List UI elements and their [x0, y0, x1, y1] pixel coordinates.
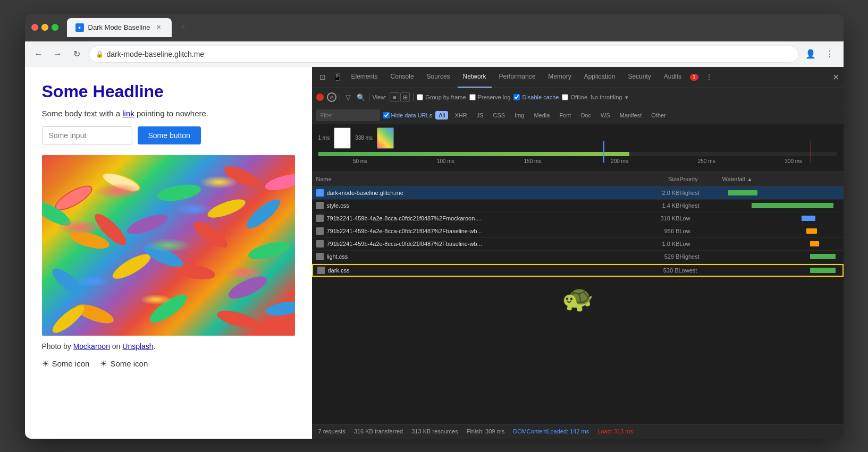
tab-application[interactable]: Application — [579, 67, 621, 88]
row-name: 791b2241-459b-4a2e-8cca-c0fdc21f0487%2Fb… — [327, 228, 637, 234]
device-toolbar-icon[interactable]: 📱 — [331, 71, 344, 83]
tab-memory[interactable]: Memory — [543, 67, 576, 88]
sort-icon: ▲ — [747, 176, 753, 182]
waterfall-bar — [806, 228, 817, 234]
filter-other-button[interactable]: Other — [648, 111, 669, 120]
throttling-chevron-icon[interactable]: ▾ — [625, 94, 628, 101]
tab-performance[interactable]: Performance — [494, 67, 541, 88]
waterfall-bar — [802, 216, 815, 221]
row-file-icon — [316, 240, 324, 248]
new-tab-button[interactable]: + — [176, 20, 191, 35]
row-waterfall — [722, 240, 839, 248]
th-name[interactable]: Name — [316, 176, 637, 182]
forward-button[interactable]: → — [50, 47, 65, 62]
table-row[interactable]: style.css 1.4 KB Highest — [312, 200, 844, 212]
devtools-panel: ⊡ 📱 Elements Console Sources Network Per… — [312, 67, 844, 439]
view-grid-icon[interactable]: ⊞ — [400, 92, 410, 102]
tab-audits[interactable]: Audits — [659, 67, 687, 88]
th-size[interactable]: Size — [637, 176, 680, 182]
inspect-element-icon[interactable]: ⊡ — [316, 71, 329, 83]
waterfall-bar — [728, 190, 757, 195]
photo-link-unsplash[interactable]: Unsplash — [122, 342, 153, 351]
table-row[interactable]: light.css 529 B Highest — [312, 251, 844, 263]
tab-security[interactable]: Security — [622, 67, 656, 88]
table-row[interactable]: 791b2241-459b-4a2e-8cca-c0fdc21f0487%2Fb… — [312, 225, 844, 238]
clear-button[interactable]: ⊘ — [327, 92, 336, 102]
view-rows-icon[interactable]: ≡ — [390, 92, 399, 102]
row-file-icon — [316, 253, 324, 260]
icon-label-2: Some icon — [110, 359, 148, 368]
back-button[interactable]: ← — [31, 47, 46, 62]
close-traffic-light[interactable] — [31, 24, 38, 31]
row-priority: Highest — [680, 253, 722, 260]
filter-font-button[interactable]: Font — [556, 111, 574, 120]
row-waterfall — [721, 266, 838, 275]
waterfall-bar — [752, 203, 833, 208]
view-icons: ≡ ⊞ — [390, 92, 410, 102]
filter-img-button[interactable]: Img — [511, 111, 527, 120]
row-waterfall — [722, 214, 839, 223]
address-bar: ← → ↻ 🔒 dark-mode-baseline.glitch.me 👤 ⋮ — [25, 41, 844, 67]
table-row-highlighted[interactable]: dark.css 530 B Lowest — [312, 264, 844, 277]
offline-label[interactable]: Offline — [562, 94, 587, 100]
body-link[interactable]: link — [122, 109, 134, 118]
row-file-icon — [316, 189, 324, 197]
profile-button[interactable]: 👤 — [803, 47, 818, 62]
table-row[interactable]: dark-mode-baseline.glitch.me 2.0 KB High… — [312, 187, 844, 200]
view-label: View: — [373, 94, 387, 100]
tab-console[interactable]: Console — [385, 67, 419, 88]
filter-icon[interactable]: ▽ — [343, 92, 353, 102]
photo-credit-suffix: . — [154, 342, 156, 351]
filter-manifest-button[interactable]: Manifest — [617, 111, 645, 120]
filter-media-button[interactable]: Media — [530, 111, 553, 120]
th-priority[interactable]: Priority — [680, 176, 722, 182]
th-waterfall[interactable]: Waterfall ▲ — [722, 176, 839, 182]
timeline-1ms: 1 ms — [318, 135, 330, 141]
maximize-traffic-light[interactable] — [52, 24, 58, 31]
hide-data-urls-checkbox[interactable] — [383, 112, 390, 118]
title-bar: ● Dark Mode Baseline ✕ + — [25, 14, 844, 41]
filter-all-button[interactable]: All — [435, 111, 448, 120]
tab-favicon: ● — [75, 23, 84, 32]
url-bar[interactable]: 🔒 dark-mode-baseline.glitch.me — [89, 46, 799, 63]
group-by-frame-checkbox[interactable] — [417, 94, 423, 100]
disable-cache-checkbox[interactable] — [513, 94, 520, 100]
record-button[interactable] — [316, 93, 324, 101]
tab-network[interactable]: Network — [458, 67, 492, 88]
some-input[interactable] — [42, 126, 132, 144]
hide-data-urls-label[interactable]: Hide data URLs — [383, 112, 433, 118]
sun-icon-1: ☀ — [42, 359, 49, 369]
filter-css-button[interactable]: CSS — [490, 111, 508, 120]
filter-js-button[interactable]: JS — [474, 111, 487, 120]
filter-input[interactable] — [316, 109, 380, 121]
icons-row: ☀ Some icon ☀ Some icon — [42, 359, 295, 369]
waterfall-bar — [810, 254, 836, 259]
filter-xhr-button[interactable]: XHR — [451, 111, 470, 120]
some-button[interactable]: Some button — [138, 126, 201, 144]
devtools-more-icon[interactable]: ⋮ — [703, 71, 715, 83]
row-file-icon — [316, 202, 324, 209]
offline-checkbox[interactable] — [562, 94, 568, 100]
filter-ws-button[interactable]: WS — [597, 111, 613, 120]
group-by-frame-label[interactable]: Group by frame — [417, 94, 466, 100]
tab-close-button[interactable]: ✕ — [155, 23, 163, 32]
waterfall-bar — [810, 241, 820, 246]
photo-link-mockaroon[interactable]: Mockaroon — [73, 342, 110, 351]
browser-tab[interactable]: ● Dark Mode Baseline ✕ — [67, 18, 172, 37]
minimize-traffic-light[interactable] — [41, 24, 48, 31]
table-row[interactable]: 791b2241-459b-4a2e-8cca-c0fdc21f0487%2Fb… — [312, 238, 844, 251]
filter-doc-button[interactable]: Doc — [577, 111, 594, 120]
tab-sources[interactable]: Sources — [422, 67, 456, 88]
refresh-button[interactable]: ↻ — [70, 47, 85, 62]
devtools-close-button[interactable]: ✕ — [832, 72, 839, 82]
table-row[interactable]: 791b2241-459b-4a2e-8cca-c0fdc21f0487%2Fm… — [312, 212, 844, 225]
offline-text: Offline — [570, 94, 587, 100]
tab-elements[interactable]: Elements — [346, 67, 383, 88]
timeline-ruler: 50 ms 100 ms 150 ms 200 ms 250 ms 300 ms — [312, 156, 844, 164]
search-icon[interactable]: 🔍 — [356, 92, 366, 102]
preserve-log-label[interactable]: Preserve log — [469, 94, 511, 100]
menu-button[interactable]: ⋮ — [822, 47, 837, 62]
no-throttling-text: No throttling — [591, 94, 622, 100]
preserve-log-checkbox[interactable] — [469, 94, 476, 100]
disable-cache-label[interactable]: Disable cache — [513, 94, 559, 100]
